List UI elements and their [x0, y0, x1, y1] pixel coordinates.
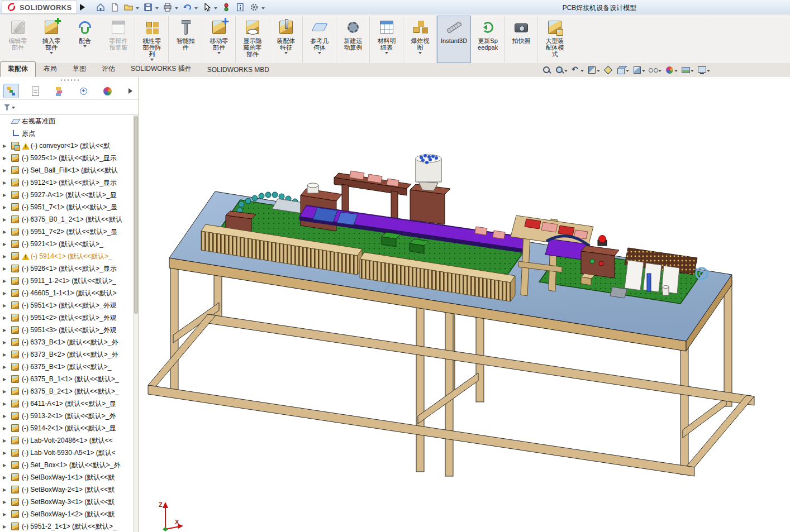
view-dropdown-caret[interactable]	[580, 70, 584, 74]
commandmanager-tab[interactable]: SOLIDWORKS MBD	[199, 63, 277, 77]
tree-item[interactable]: (-) 6375_B_2<1> (默认<<默认>_	[0, 385, 134, 397]
view-toolbar-button[interactable]	[603, 64, 613, 76]
tree-item[interactable]: (-) 5912<1> (默认<<默认>_显示	[0, 176, 134, 189]
open-dropdown-caret[interactable]	[136, 7, 139, 11]
tree-item[interactable]: (-) 6373_B<1> (默认<<默认>_外	[0, 336, 134, 348]
view-toolbar-button[interactable]	[648, 64, 662, 76]
rebuild-button[interactable]	[220, 1, 233, 13]
tree-expand-arrow[interactable]	[3, 279, 10, 284]
tree-expand-arrow[interactable]	[3, 217, 10, 222]
tree-scrollbar[interactable]	[133, 115, 139, 532]
tree-expand-arrow[interactable]	[3, 438, 10, 443]
tree-expand-arrow[interactable]	[3, 143, 10, 148]
tree-expand-arrow[interactable]	[3, 229, 10, 234]
commandmanager-tab[interactable]: 草图	[65, 61, 94, 77]
ribbon-button[interactable]: 智能扣件	[169, 16, 202, 63]
tree-expand-arrow[interactable]	[3, 450, 10, 456]
3d-model-view[interactable]: Z X	[139, 77, 790, 532]
tree-item[interactable]: (-) Lab-Volt-5930-A5<1> (默认<	[0, 447, 134, 459]
tree-expand-arrow[interactable]	[3, 500, 10, 505]
tree-item[interactable]: (-) SetBoxWay-2<1> (默认<<默	[0, 483, 134, 496]
ribbon-button[interactable]: 零部件预览窗	[102, 16, 135, 63]
tree-item[interactable]: (-) 5927-A<1> (默认<<默认>_显	[0, 189, 134, 201]
ribbon-button[interactable]: 爆炸视图	[403, 16, 437, 63]
tree-expand-arrow[interactable]	[3, 315, 10, 320]
tree-item[interactable]: (-) 46605_1-1<1> (默认<<默认>	[0, 287, 134, 299]
panel-splitter-grip[interactable]	[60, 79, 79, 82]
print-dropdown-caret[interactable]	[175, 7, 178, 11]
tree-item[interactable]: (-) Lab-Volt-20486<1> (默认<<	[0, 434, 134, 447]
view-toolbar-button[interactable]	[570, 64, 584, 76]
ribbon-button[interactable]: 装配体特征	[269, 16, 303, 63]
view-toolbar-button[interactable]	[554, 64, 568, 76]
tree-item[interactable]: (-) 5925<1> (默认<<默认>_显示	[0, 152, 134, 164]
tree-expand-arrow[interactable]	[3, 266, 10, 271]
view-dropdown-caret[interactable]	[691, 70, 694, 74]
tree-item[interactable]: (-) SetBoxWay-1<2> (默认<<默	[0, 508, 134, 520]
print-button[interactable]	[161, 1, 174, 13]
view-toolbar-button[interactable]	[680, 64, 694, 76]
filter-dropdown-caret[interactable]	[12, 107, 15, 111]
tree-item[interactable]: (-) 5951<3> (默认<<默认>_外观	[0, 324, 134, 336]
tree-item[interactable]: (-) Set_Box<1> (默认<<默认>_外	[0, 459, 134, 471]
tree-item[interactable]: (-) 5951_7<2> (默认<<默认>_显	[0, 226, 134, 238]
view-dropdown-caret[interactable]	[597, 70, 600, 74]
tree-expand-arrow[interactable]	[3, 426, 10, 431]
ribbon-button[interactable]: 材料明细表	[370, 16, 403, 63]
tree-item[interactable]: 原点	[0, 127, 134, 140]
commandmanager-tab[interactable]: 评估	[94, 61, 123, 77]
view-toolbar-button[interactable]	[664, 64, 678, 76]
tree-expand-arrow[interactable]	[3, 352, 10, 357]
view-dropdown-caret[interactable]	[642, 70, 645, 74]
view-dropdown-caret[interactable]	[658, 70, 661, 74]
ribbon-button[interactable]: 显示隐藏的零部件	[236, 16, 269, 63]
tree-item[interactable]: (-) Set_Ball_Fill<1> (默认<<默认	[0, 164, 134, 176]
ribbon-button[interactable]: 新建运动算例	[336, 16, 370, 63]
tree-scrollbar-thumb[interactable]	[134, 116, 138, 314]
ribbon-button[interactable]: 拍快照	[505, 16, 538, 63]
tree-item[interactable]: (-) 5914-2<1> (默认<<默认>_显	[0, 422, 134, 434]
panel-tab[interactable]	[27, 84, 43, 98]
options-dropdown-caret[interactable]	[261, 7, 265, 11]
tree-expand-arrow[interactable]	[3, 340, 10, 345]
tree-expand-arrow[interactable]	[3, 463, 10, 468]
view-toolbar-button[interactable]	[587, 64, 601, 76]
tree-expand-arrow[interactable]	[3, 303, 10, 308]
panel-tab[interactable]	[51, 84, 67, 98]
tree-item[interactable]: (-) 6375_B0_1_2<1> (默认<<默认	[0, 213, 134, 226]
view-toolbar-button[interactable]	[697, 64, 711, 76]
view-dropdown-caret[interactable]	[626, 70, 629, 74]
select-dropdown-caret[interactable]	[214, 7, 217, 11]
tree-expand-arrow[interactable]	[3, 156, 10, 161]
filter-funnel-icon[interactable]	[4, 104, 10, 111]
tree-item[interactable]: (-) 5951-2_1<1> (默认<<默认>_	[0, 520, 134, 532]
ribbon-button[interactable]: 移动零部件	[202, 16, 236, 63]
tree-item[interactable]: (-) conveyor<1> (默认<<默	[0, 140, 134, 152]
ribbon-button[interactable]: 编辑零部件	[1, 16, 35, 63]
tree-item[interactable]: (-) 5913-2<1> (默认<<默认>_外	[0, 410, 134, 422]
select-button[interactable]	[200, 1, 213, 13]
ribbon-button[interactable]: 参考几何体	[303, 16, 336, 63]
tree-expand-arrow[interactable]	[3, 389, 10, 394]
tree-item[interactable]: (-) 5921<1> (默认<<默认>_	[0, 238, 134, 250]
ribbon-button[interactable]: 线性零部件阵列	[135, 16, 169, 63]
undo-button[interactable]	[180, 1, 194, 13]
options-button[interactable]	[248, 1, 261, 13]
home-button[interactable]	[94, 1, 107, 13]
tree-expand-arrow[interactable]	[3, 475, 10, 480]
tree-expand-arrow[interactable]	[3, 193, 10, 198]
tree-item[interactable]: (-) 6375_B<1> (默认<<默认>_	[0, 361, 134, 373]
commandmanager-tab[interactable]: 装配体	[0, 61, 36, 77]
tree-item[interactable]: (-) 6411-A<1> (默认<<默认>_显	[0, 397, 134, 410]
menu-flyout-button[interactable]	[80, 4, 88, 11]
ribbon-button[interactable]: 配合	[68, 16, 102, 63]
tree-expand-arrow[interactable]	[3, 291, 10, 296]
tree-expand-arrow[interactable]	[3, 168, 10, 173]
ribbon-button[interactable]: 更新Speedpak	[471, 16, 505, 63]
commandmanager-tab[interactable]: 布局	[36, 61, 65, 77]
tree-item[interactable]: (-) 6375_B_1<1> (默认<<默认>_	[0, 373, 134, 385]
tree-expand-arrow[interactable]	[3, 377, 10, 382]
tree-expand-arrow[interactable]	[3, 180, 10, 185]
view-dropdown-caret[interactable]	[564, 70, 568, 74]
tree-item[interactable]: (-) 6373_B<2> (默认<<默认>_外	[0, 348, 134, 361]
